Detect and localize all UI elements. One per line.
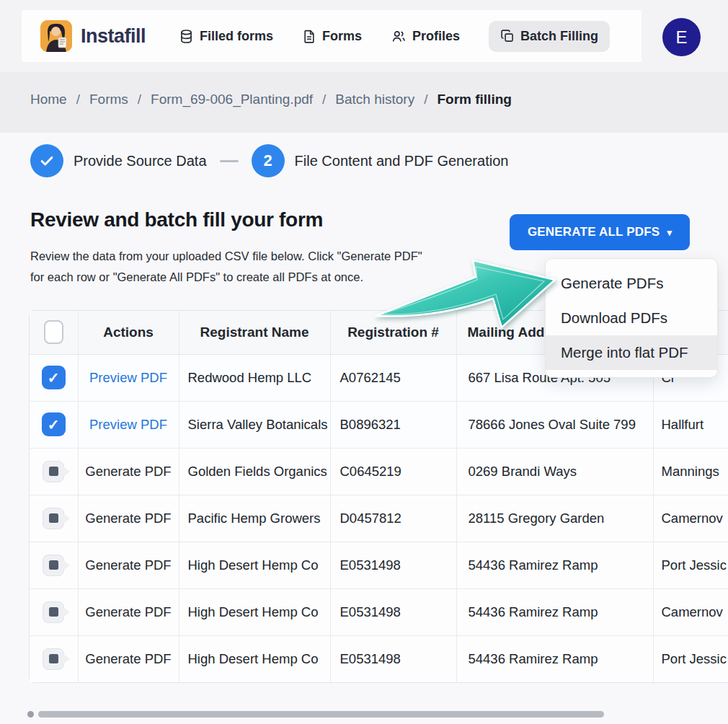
registration-number-cell: A0762145 [330, 354, 456, 401]
scrollbar-dot[interactable] [27, 711, 34, 718]
row-checkbox-unchecked[interactable] [43, 555, 64, 576]
nav-item-label: Batch Filling [520, 29, 598, 44]
mailing-address-cell: 54436 Ramirez Ramp [456, 542, 653, 588]
caret-down-icon: ▾ [667, 227, 672, 238]
user-avatar[interactable]: E [662, 18, 701, 56]
horizontal-scrollbar[interactable] [38, 711, 604, 718]
breadcrumb-item-forms[interactable]: Forms [89, 92, 128, 107]
row-checkbox-unchecked[interactable] [43, 508, 64, 529]
logo-woman-illustration [40, 20, 72, 52]
breadcrumb-separator: / [322, 92, 326, 107]
generate-pdf-button[interactable]: Generate PDF [85, 464, 171, 479]
generate-pdf-button[interactable]: Generate PDF [85, 604, 171, 619]
step-number: 2 [252, 144, 285, 177]
generate-dropdown-menu: Generate PDFsDownload PDFsMerge into fla… [545, 258, 718, 378]
step-done-check-icon [30, 144, 63, 177]
people-icon [391, 29, 407, 44]
row-checkbox-cell [30, 448, 78, 495]
registrant-name-cell: Sierra Valley Botanicals [179, 401, 330, 448]
table-row: ✓Preview PDFSierra Valley BotanicalsB089… [30, 401, 728, 448]
nav-item-profiles[interactable]: Profiles [391, 29, 460, 44]
breadcrumb-separator: / [424, 92, 427, 107]
copy-icon [500, 29, 515, 43]
generate-pdf-button[interactable]: Generate PDF [85, 651, 171, 666]
page-title: Review and batch fill your form [30, 208, 323, 231]
nav-item-forms[interactable]: Forms [302, 29, 362, 44]
table-row: Generate PDFGolden Fields OrganicsC06452… [30, 448, 728, 495]
checkbox-inner-square [49, 513, 58, 523]
row-action-cell: Preview PDF [78, 401, 179, 448]
registrant-name-cell: Pacific Hemp Growers [179, 495, 330, 542]
row-checkbox-unchecked[interactable] [43, 648, 64, 670]
checkbox-inner-square [49, 607, 58, 617]
city-cell: Camernov [653, 495, 728, 542]
row-checkbox-cell: ✓ [30, 401, 78, 448]
breadcrumb-item-batch-history[interactable]: Batch history [335, 92, 414, 107]
dropdown-item-merge-into-flat-pdf[interactable]: Merge into flat PDF [546, 335, 717, 370]
select-all-checkbox[interactable] [44, 320, 63, 344]
generate-pdf-button[interactable]: Generate PDF [85, 557, 171, 573]
registrant-name-cell: High Desert Hemp Co [179, 635, 330, 682]
dropdown-item-generate-pdfs[interactable]: Generate PDFs [546, 266, 717, 301]
registrant-name-cell: Golden Fields Organics [179, 448, 330, 495]
breadcrumb: Home/Forms/Form_69-006_Planting.pdf/Batc… [30, 92, 512, 107]
document-icon [302, 29, 316, 44]
row-checkbox-cell [30, 635, 78, 682]
registrant-name-cell: Redwood Hemp LLC [179, 354, 330, 401]
registration-number-cell: B0896321 [330, 401, 456, 448]
city-cell: Mannings [653, 448, 728, 495]
row-checkbox-cell: ✓ [30, 354, 78, 401]
registrant-name-cell: High Desert Hemp Co [179, 588, 330, 635]
city-cell: Port Jessic [653, 542, 728, 588]
mailing-address-cell: 54436 Ramirez Ramp [456, 635, 653, 682]
mailing-address-cell: 54436 Ramirez Ramp [456, 588, 653, 635]
preview-pdf-link[interactable]: Preview PDF [89, 370, 167, 385]
row-checkbox-checked[interactable]: ✓ [42, 412, 66, 436]
nav-items: Filled formsFormsProfilesBatch Filling [179, 21, 610, 52]
row-checkbox-cell [30, 495, 78, 542]
step-label: File Content and PDF Generation [295, 153, 509, 169]
checkbox-inner-square [49, 560, 58, 570]
row-action-cell: Generate PDF [78, 448, 179, 495]
registration-number-cell: C0645219 [330, 448, 456, 495]
mailing-address-cell: 78666 Jones Oval Suite 799 [456, 401, 653, 448]
registration-number-cell: E0531498 [330, 635, 456, 682]
nav-item-label: Profiles [412, 29, 460, 44]
table-row: Generate PDFHigh Desert Hemp CoE05314985… [30, 542, 728, 588]
preview-pdf-link[interactable]: Preview PDF [89, 417, 167, 432]
breadcrumb-separator: / [76, 92, 80, 107]
row-checkbox-checked[interactable]: ✓ [42, 366, 66, 389]
header-select-all [30, 311, 78, 354]
breadcrumb-item-form-filling: Form filling [437, 92, 511, 107]
nav-item-filled-forms[interactable]: Filled forms [179, 29, 273, 44]
instafill-logo[interactable] [40, 20, 72, 52]
registration-number-cell: E0531498 [330, 542, 456, 588]
row-checkbox-unchecked[interactable] [43, 461, 64, 482]
top-navbar: Instafill Filled formsFormsProfilesBatch… [22, 10, 642, 62]
generate-pdf-button[interactable]: Generate PDF [85, 511, 171, 526]
breadcrumb-item-home[interactable]: Home [30, 92, 67, 107]
row-action-cell: Generate PDF [78, 542, 179, 588]
row-action-cell: Generate PDF [78, 495, 179, 542]
mailing-address-cell: 0269 Brandi Ways [456, 448, 653, 495]
registration-number-cell: D0457812 [330, 495, 456, 542]
mailing-address-cell: 28115 Gregory Garden [456, 495, 653, 542]
stepper: Provide Source Data2File Content and PDF… [30, 144, 508, 177]
breadcrumb-item-form-69-006-planting-pdf[interactable]: Form_69-006_Planting.pdf [151, 92, 313, 107]
database-icon [179, 29, 194, 44]
nav-item-batch-filling[interactable]: Batch Filling [489, 21, 610, 52]
table-row: Generate PDFHigh Desert Hemp CoE05314985… [30, 588, 728, 635]
nav-item-label: Filled forms [200, 29, 273, 44]
dropdown-item-download-pdfs[interactable]: Download PDFs [546, 301, 717, 335]
row-checkbox-unchecked[interactable] [43, 601, 64, 623]
checkbox-inner-square [49, 654, 58, 663]
generate-all-pdfs-button[interactable]: GENERATE ALL PDFS ▾ [510, 214, 690, 250]
generate-all-pdfs-label: GENERATE ALL PDFS [528, 225, 660, 239]
row-action-cell: Generate PDF [78, 635, 179, 682]
city-cell: Hallfurt [653, 401, 728, 448]
city-cell: Port Jessic [653, 635, 728, 682]
registrant-name-cell: High Desert Hemp Co [179, 542, 330, 588]
step-label: Provide Source Data [74, 153, 207, 169]
table-row: Generate PDFPacific Hemp GrowersD0457812… [30, 495, 728, 542]
row-action-cell: Preview PDF [78, 354, 179, 401]
